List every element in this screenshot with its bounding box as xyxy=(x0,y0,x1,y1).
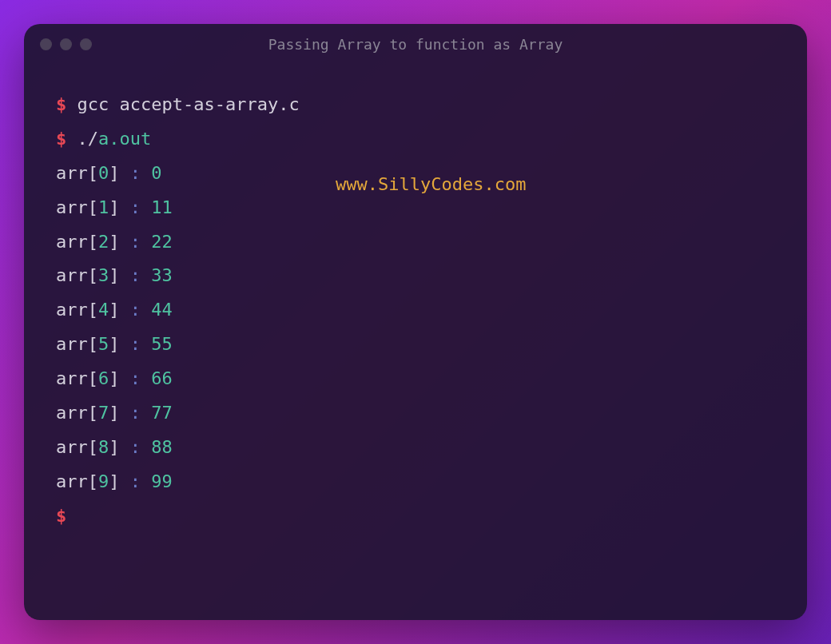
bracket-open: [ xyxy=(88,403,98,423)
bracket-open: [ xyxy=(88,197,98,217)
arr-value: 11 xyxy=(151,197,173,217)
arr-index: 8 xyxy=(98,437,109,457)
maximize-icon[interactable] xyxy=(80,38,92,50)
bracket-close: ] xyxy=(109,403,119,423)
output-line: arr[6] : 66 xyxy=(56,362,775,396)
output-line: arr[5] : 55 xyxy=(56,328,775,362)
arr-value: 88 xyxy=(151,437,173,457)
bracket-open: [ xyxy=(88,300,98,320)
arr-label: arr xyxy=(56,265,88,285)
prompt-line: $ xyxy=(56,499,775,534)
bracket-close: ] xyxy=(109,232,119,252)
output-line: arr[3] : 33 xyxy=(56,259,775,293)
bracket-open: [ xyxy=(88,471,98,491)
arr-index: 5 xyxy=(98,334,109,354)
arr-value: 44 xyxy=(151,300,173,320)
arr-index: 2 xyxy=(98,232,109,252)
window-title: Passing Array to function as Array xyxy=(268,36,563,53)
bracket-close: ] xyxy=(109,300,119,320)
arr-label: arr xyxy=(56,232,88,252)
bracket-open: [ xyxy=(88,368,98,388)
equals-sign: : xyxy=(130,197,141,217)
arr-index: 3 xyxy=(98,265,109,285)
command-line: $ ./a.out xyxy=(56,122,775,157)
arr-label: arr xyxy=(56,403,88,423)
prompt-symbol: $ xyxy=(56,129,66,149)
bracket-close: ] xyxy=(109,265,119,285)
traffic-lights xyxy=(40,38,92,50)
prompt-symbol: $ xyxy=(56,94,66,114)
arr-index: 0 xyxy=(98,163,109,183)
arr-index: 9 xyxy=(98,471,109,491)
equals-sign: : xyxy=(130,163,141,183)
bracket-close: ] xyxy=(109,334,119,354)
arr-index: 4 xyxy=(98,300,109,320)
arr-value: 66 xyxy=(151,368,173,388)
bracket-open: [ xyxy=(88,265,98,285)
executable-name: a.out xyxy=(98,129,151,149)
arr-value: 77 xyxy=(151,403,173,423)
arr-index: 6 xyxy=(98,368,109,388)
bracket-close: ] xyxy=(109,437,119,457)
equals-sign: : xyxy=(130,300,141,320)
arr-label: arr xyxy=(56,471,88,491)
equals-sign: : xyxy=(130,471,141,491)
equals-sign: : xyxy=(130,368,141,388)
command-text: gcc xyxy=(78,94,109,114)
bracket-open: [ xyxy=(88,437,98,457)
close-icon[interactable] xyxy=(40,38,52,50)
terminal-window: Passing Array to function as Array www.S… xyxy=(24,24,807,620)
equals-sign: : xyxy=(130,334,141,354)
arr-index: 7 xyxy=(98,403,109,423)
bracket-close: ] xyxy=(109,471,119,491)
arr-label: arr xyxy=(56,197,88,217)
watermark: www.SillyCodes.com xyxy=(336,168,526,202)
arr-value: 99 xyxy=(151,471,173,491)
equals-sign: : xyxy=(130,403,141,423)
minimize-icon[interactable] xyxy=(60,38,72,50)
output-line: arr[7] : 77 xyxy=(56,396,775,431)
command-arg: accept-as-array.c xyxy=(120,94,300,114)
command-line: $ gcc accept-as-array.c xyxy=(56,88,775,122)
arr-index: 1 xyxy=(98,197,109,217)
prompt-symbol: $ xyxy=(56,506,66,526)
arr-value: 55 xyxy=(151,334,173,354)
equals-sign: : xyxy=(130,265,141,285)
output-line: arr[4] : 44 xyxy=(56,293,775,328)
bracket-open: [ xyxy=(88,334,98,354)
equals-sign: : xyxy=(130,232,141,252)
bracket-close: ] xyxy=(109,197,119,217)
arr-value: 0 xyxy=(151,163,161,183)
arr-value: 22 xyxy=(151,232,173,252)
arr-label: arr xyxy=(56,437,88,457)
arr-value: 33 xyxy=(151,265,173,285)
bracket-open: [ xyxy=(88,163,98,183)
run-prefix: ./ xyxy=(78,129,99,149)
bracket-open: [ xyxy=(88,232,98,252)
arr-label: arr xyxy=(56,334,88,354)
output-line: arr[2] : 22 xyxy=(56,225,775,260)
terminal-body[interactable]: www.SillyCodes.com $ gcc accept-as-array… xyxy=(24,64,807,620)
arr-label: arr xyxy=(56,368,88,388)
titlebar: Passing Array to function as Array xyxy=(24,24,807,64)
bracket-close: ] xyxy=(109,163,119,183)
arr-label: arr xyxy=(56,163,88,183)
output-line: arr[9] : 99 xyxy=(56,465,775,499)
arr-label: arr xyxy=(56,300,88,320)
output-line: arr[8] : 88 xyxy=(56,431,775,465)
equals-sign: : xyxy=(130,437,141,457)
bracket-close: ] xyxy=(109,368,119,388)
